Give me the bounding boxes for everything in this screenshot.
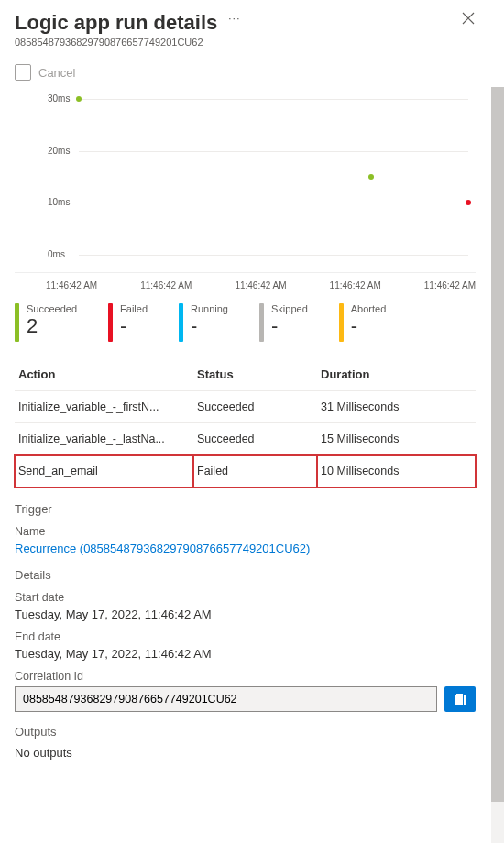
cell-duration: 10 Milliseconds: [317, 455, 476, 487]
cell-status: Succeeded: [193, 423, 317, 455]
col-action[interactable]: Action: [15, 358, 193, 391]
cell-action: Initialize_variable_-_lastNa...: [15, 423, 193, 455]
y-tick: 30ms: [48, 93, 70, 104]
kpi-bar: [259, 303, 264, 342]
gridline: [79, 203, 468, 203]
gridline: [79, 151, 468, 152]
kpi-value: -: [271, 314, 308, 338]
table-row[interactable]: Send_an_emailFailed10 Milliseconds: [15, 455, 476, 487]
cell-action: Send_an_email: [15, 455, 193, 487]
duration-chart: 0ms10ms20ms30ms: [15, 90, 476, 273]
checkbox-icon: [15, 64, 31, 81]
more-icon[interactable]: ···: [228, 11, 241, 25]
x-tick: 11:46:42 AM: [46, 280, 97, 290]
x-tick: 11:46:42 AM: [235, 280, 286, 290]
actions-table: Action Status Duration Initialize_variab…: [15, 358, 476, 487]
gridline: [79, 255, 468, 256]
details-section: Details: [15, 568, 476, 582]
outputs-section: Outputs: [15, 725, 476, 739]
kpi-label: Running: [191, 303, 228, 314]
name-label: Name: [15, 525, 476, 538]
kpi-aborted: Aborted-: [339, 303, 387, 342]
copy-button[interactable]: [444, 686, 476, 712]
x-tick: 11:46:42 AM: [330, 280, 381, 290]
scrollbar[interactable]: [491, 87, 504, 843]
kpi-bar: [108, 303, 113, 342]
chart-x-axis: 11:46:42 AM11:46:42 AM11:46:42 AM11:46:4…: [46, 280, 476, 290]
kpi-label: Skipped: [271, 303, 308, 314]
data-point: [466, 200, 471, 205]
kpi-failed: Failed-: [108, 303, 148, 342]
kpi-label: Failed: [120, 303, 148, 314]
kpi-row: Succeeded2Failed-Running-Skipped-Aborted…: [15, 303, 476, 342]
trigger-section: Trigger: [15, 502, 476, 516]
page-title: Logic app run details: [15, 11, 217, 35]
x-tick: 11:46:42 AM: [424, 280, 476, 290]
correlation-input[interactable]: [15, 686, 437, 712]
cell-status: Failed: [193, 455, 317, 487]
col-duration[interactable]: Duration: [317, 358, 476, 391]
table-row[interactable]: Initialize_variable_-_firstN...Succeeded…: [15, 391, 476, 423]
cancel-button: Cancel: [15, 64, 476, 81]
cell-status: Succeeded: [193, 391, 317, 423]
end-date-label: End date: [15, 630, 476, 643]
kpi-bar: [179, 303, 183, 342]
start-date-value: Tuesday, May 17, 2022, 11:46:42 AM: [15, 608, 476, 621]
cell-action: Initialize_variable_-_firstN...: [15, 391, 193, 423]
y-tick: 0ms: [48, 249, 65, 259]
correlation-label: Correlation Id: [15, 670, 476, 683]
data-point: [76, 96, 82, 102]
outputs-value: No outputs: [15, 746, 476, 760]
kpi-value: -: [120, 314, 148, 338]
data-point: [368, 174, 374, 180]
y-tick: 20ms: [48, 146, 70, 156]
kpi-label: Succeeded: [27, 303, 77, 314]
cell-duration: 31 Milliseconds: [317, 391, 476, 423]
run-id: 08585487936829790876657749201CU62: [15, 37, 461, 48]
kpi-value: -: [191, 314, 228, 338]
cell-duration: 15 Milliseconds: [317, 423, 476, 455]
start-date-label: Start date: [15, 591, 476, 604]
gridline: [79, 99, 468, 100]
scrollbar-thumb[interactable]: [491, 87, 504, 802]
cancel-label: Cancel: [38, 66, 75, 80]
close-button[interactable]: [461, 11, 476, 28]
kpi-value: 2: [27, 314, 77, 338]
copy-icon: [453, 692, 467, 706]
kpi-succeeded: Succeeded2: [15, 303, 77, 342]
x-tick: 11:46:42 AM: [140, 280, 192, 290]
kpi-bar: [339, 303, 344, 342]
close-icon: [461, 11, 476, 26]
kpi-label: Aborted: [351, 303, 387, 314]
end-date-value: Tuesday, May 17, 2022, 11:46:42 AM: [15, 647, 476, 661]
y-tick: 10ms: [48, 197, 70, 207]
kpi-bar: [15, 303, 19, 342]
kpi-running: Running-: [179, 303, 228, 342]
col-status[interactable]: Status: [193, 358, 317, 391]
trigger-link[interactable]: Recurrence (0858548793682979087665774920…: [15, 542, 476, 555]
table-row[interactable]: Initialize_variable_-_lastNa...Succeeded…: [15, 423, 476, 455]
kpi-value: -: [351, 314, 387, 338]
kpi-skipped: Skipped-: [259, 303, 308, 342]
